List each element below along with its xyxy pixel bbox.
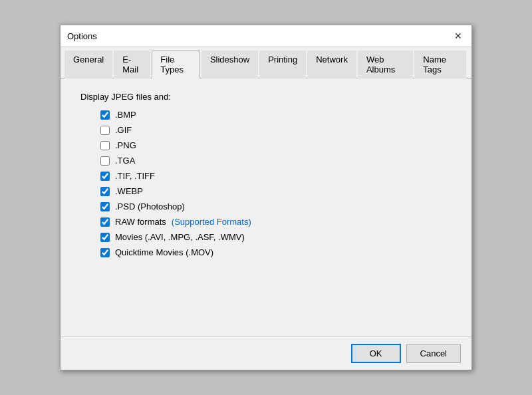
checkbox-raw[interactable] [100,217,110,227]
checkbox-tga[interactable] [100,156,110,166]
title-bar: Options ✕ [61,25,471,47]
supported-formats-link[interactable]: (Supported Formats) [172,217,251,227]
checkbox-item-quicktime: Quicktime Movies (.MOV) [100,247,452,257]
checkbox-label-bmp: .BMP [115,110,136,120]
tab-printing[interactable]: Printing [259,51,306,78]
ok-button[interactable]: OK [351,344,401,363]
checkbox-label-png: .PNG [115,140,136,150]
checkbox-item-raw: RAW formats(Supported Formats) [100,217,452,227]
tab-filetypes[interactable]: File Types [152,51,200,78]
checkbox-movies[interactable] [100,233,110,242]
options-dialog: Options ✕ GeneralE-MailFile TypesSlidesh… [60,25,472,370]
tab-bar: GeneralE-MailFile TypesSlideshowPrinting… [61,47,471,78]
checkbox-label-tga: .TGA [115,156,135,166]
checkbox-png[interactable] [100,141,110,150]
checkbox-item-gif: .GIF [100,125,452,135]
checkbox-psd[interactable] [100,202,110,211]
dialog-title: Options [67,31,97,41]
tab-general[interactable]: General [65,51,112,78]
checkbox-label-raw: RAW formats [115,217,166,227]
checkbox-webp[interactable] [100,187,110,196]
checkbox-item-tif: .TIF, .TIFF [100,171,452,181]
checkbox-item-png: .PNG [100,140,452,150]
tab-webalbums[interactable]: Web Albums [358,51,413,78]
tab-email[interactable]: E-Mail [114,51,150,78]
checkbox-item-webp: .WEBP [100,186,452,196]
checkbox-label-movies: Movies (.AVI, .MPG, .ASF, .WMV) [115,232,245,242]
checkbox-label-tif: .TIF, .TIFF [115,171,155,181]
section-label: Display JPEG files and: [80,92,452,102]
dialog-footer: OK Cancel [61,336,471,370]
checkbox-label-psd: .PSD (Photoshop) [115,201,185,211]
checkbox-bmp[interactable] [100,110,110,120]
tab-network[interactable]: Network [307,51,356,78]
checkbox-label-webp: .WEBP [115,186,143,196]
checkbox-label-gif: .GIF [115,125,132,135]
checkbox-item-psd: .PSD (Photoshop) [100,201,452,211]
checkbox-item-movies: Movies (.AVI, .MPG, .ASF, .WMV) [100,232,452,242]
checkbox-item-tga: .TGA [100,156,452,166]
content-area: Display JPEG files and: .BMP.GIF.PNG.TGA… [61,78,471,336]
tab-nametags[interactable]: Name Tags [414,51,466,78]
checkbox-tif[interactable] [100,172,110,181]
tab-slideshow[interactable]: Slideshow [201,51,258,78]
checkbox-gif[interactable] [100,126,110,135]
checkbox-quicktime[interactable] [100,248,110,257]
checkbox-label-quicktime: Quicktime Movies (.MOV) [115,247,213,257]
close-button[interactable]: ✕ [452,29,465,43]
cancel-button[interactable]: Cancel [406,344,461,363]
checkbox-list: .BMP.GIF.PNG.TGA.TIF, .TIFF.WEBP.PSD (Ph… [100,110,452,257]
checkbox-item-bmp: .BMP [100,110,452,120]
